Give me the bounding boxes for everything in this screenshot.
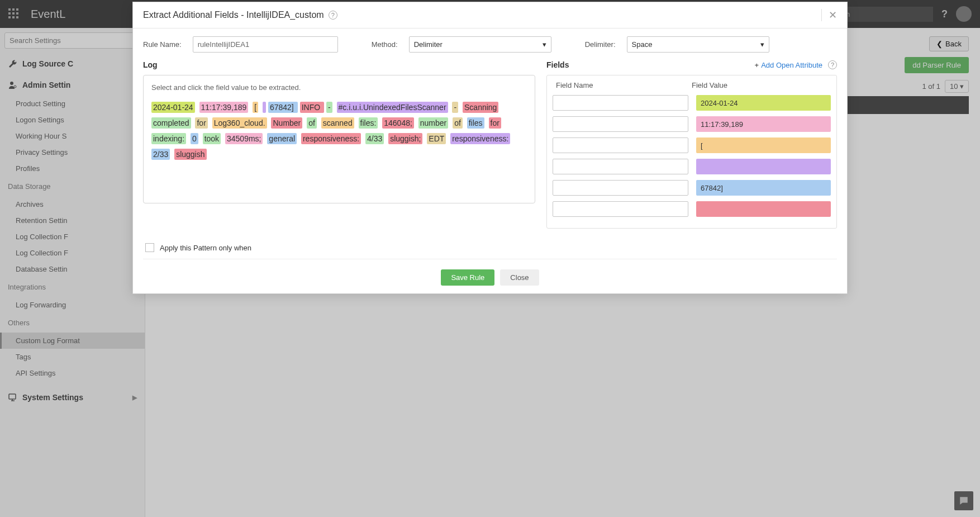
field-name-input[interactable]: [553, 201, 688, 217]
field-value: [696, 201, 831, 217]
log-token[interactable]: took: [203, 133, 221, 144]
log-box: Select and click the field value to be e…: [143, 75, 535, 203]
log-section-title: Log: [143, 60, 535, 69]
log-token[interactable]: Scanning: [463, 102, 498, 113]
log-token[interactable]: files:: [359, 117, 378, 129]
log-token[interactable]: indexing:: [151, 133, 186, 144]
field-name-input[interactable]: [553, 116, 688, 132]
log-token[interactable]: 34509ms;: [225, 133, 263, 144]
log-token[interactable]: 146048;: [382, 117, 414, 129]
chevron-down-icon: ▾: [543, 40, 546, 49]
field-row: [553, 201, 831, 217]
apply-label: Apply this Pattern only when: [160, 244, 251, 252]
log-token[interactable]: [263, 102, 266, 113]
field-name-input[interactable]: [553, 95, 688, 111]
extract-fields-modal: Extract Additional Fields - IntellijIDEA…: [132, 2, 848, 294]
log-token[interactable]: -: [326, 102, 332, 113]
chevron-down-icon: ▾: [760, 40, 764, 49]
delimiter-value: Space: [632, 40, 653, 49]
log-token[interactable]: sluggish: [174, 149, 206, 160]
apply-checkbox[interactable]: [145, 243, 154, 252]
log-token[interactable]: INFO: [300, 102, 324, 113]
log-token[interactable]: #c.i.u.i.UnindexedFilesScanner: [337, 102, 448, 113]
log-token[interactable]: sluggish;: [388, 133, 422, 144]
help-icon[interactable]: ?: [329, 11, 337, 20]
field-value-header: Field Value: [692, 81, 827, 89]
close-button[interactable]: Close: [500, 269, 539, 286]
log-token[interactable]: -: [452, 102, 458, 113]
log-token[interactable]: number: [418, 117, 448, 129]
log-token[interactable]: of: [307, 117, 317, 129]
close-icon[interactable]: ✕: [821, 9, 837, 21]
help-icon[interactable]: ?: [828, 60, 837, 69]
log-token[interactable]: general: [267, 133, 297, 144]
field-name-header: Field Name: [556, 81, 692, 89]
field-row: [: [553, 137, 831, 153]
log-token[interactable]: 2/33: [151, 149, 170, 160]
fields-box: Field Name Field Value 2024-01-2411:17:3…: [546, 75, 837, 229]
delimiter-select[interactable]: Space ▾: [627, 36, 769, 53]
log-token[interactable]: scanned: [321, 117, 354, 129]
field-value: 11:17:39,189: [696, 116, 831, 132]
fields-section-title: Fields: [546, 60, 569, 69]
save-rule-button[interactable]: Save Rule: [441, 269, 494, 286]
log-token[interactable]: 11:17:39,189: [199, 102, 249, 113]
log-token[interactable]: files: [467, 117, 484, 129]
log-token[interactable]: for: [489, 117, 501, 129]
field-value: [696, 159, 831, 174]
method-label: Method:: [372, 40, 398, 49]
log-token[interactable]: 4/33: [365, 133, 384, 144]
field-row: 2024-01-24: [553, 95, 831, 111]
field-value: 2024-01-24: [696, 95, 831, 111]
field-row: 67842]: [553, 180, 831, 196]
field-name-input[interactable]: [553, 180, 688, 196]
log-token[interactable]: EDT: [427, 133, 446, 144]
rule-name-input[interactable]: [193, 36, 338, 53]
log-token[interactable]: responsiveness:: [450, 133, 510, 144]
log-token[interactable]: for: [195, 117, 207, 129]
plus-icon: +: [755, 61, 759, 69]
add-open-attribute-link[interactable]: + Add Open Attribute ?: [755, 60, 837, 69]
field-name-input[interactable]: [553, 159, 688, 174]
rule-name-label: Rule Name:: [143, 40, 182, 49]
field-value: 67842]: [696, 180, 831, 196]
delimiter-label: Delimiter:: [585, 40, 616, 49]
log-token[interactable]: 67842]: [268, 102, 298, 113]
log-hint: Select and click the field value to be e…: [151, 83, 527, 92]
modal-overlay: Extract Additional Fields - IntellijIDEA…: [0, 0, 980, 517]
log-token[interactable]: 0: [191, 133, 198, 144]
method-select[interactable]: Delimiter ▾: [409, 36, 551, 53]
log-token[interactable]: completed: [151, 117, 191, 129]
log-token[interactable]: Number: [271, 117, 302, 129]
add-attr-label: Add Open Attribute: [761, 61, 822, 69]
field-name-input[interactable]: [553, 137, 688, 153]
log-text[interactable]: 2024-01-24 11:17:39,189 [ 67842] INFO - …: [151, 99, 527, 162]
log-token[interactable]: of: [453, 117, 463, 129]
log-token[interactable]: [: [253, 102, 258, 113]
field-row: [553, 159, 831, 174]
log-token[interactable]: responsiveness:: [301, 133, 361, 144]
log-token[interactable]: Log360_cloud.: [212, 117, 267, 129]
field-value: [: [696, 137, 831, 153]
modal-title: Extract Additional Fields - IntellijIDEA…: [143, 10, 324, 20]
field-row: 11:17:39,189: [553, 116, 831, 132]
log-token[interactable]: 2024-01-24: [151, 102, 195, 113]
method-value: Delimiter: [414, 40, 443, 49]
